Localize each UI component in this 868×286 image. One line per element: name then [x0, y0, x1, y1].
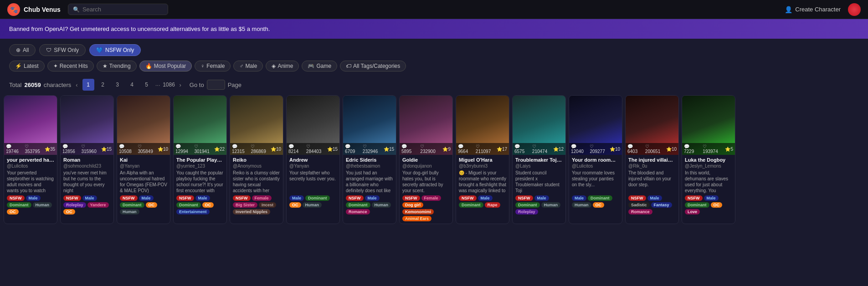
prev-page-button[interactable]: ‹ — [74, 82, 79, 88]
tag-label: Incest — [259, 202, 276, 208]
card-body: Roman @sohmoonchild23 you've never met h… — [61, 155, 113, 217]
sort-game[interactable]: 🎮 Game — [302, 61, 337, 72]
goto-input[interactable] — [207, 80, 225, 90]
character-title: Luka the Dogboy — [685, 157, 732, 163]
sort-most-popular[interactable]: 🔥 Most Popular — [139, 61, 192, 72]
sort-anime[interactable]: ◈ Anime — [266, 61, 299, 72]
search-input[interactable] — [82, 6, 155, 13]
character-description: An Alpha with an unconventional hatred f… — [120, 170, 167, 194]
next-page-button[interactable]: › — [178, 82, 183, 88]
character-card[interactable]: 💬 12994 ♡ 301941 ⭐22 The Popular Playboy… — [173, 95, 227, 224]
card-stats: 💬 5895 ♡ 232900 ⭐9 — [400, 143, 452, 155]
sort-game-label: Game — [316, 63, 331, 69]
character-card[interactable]: 💬 6575 ♡ 210474 ⭐12 Troublemaker Toji Fu… — [512, 95, 566, 224]
sort-female[interactable]: ♀ Female — [195, 61, 231, 72]
character-card[interactable]: 💬 9664 ♡ 211097 ⭐17 Miguel O'Hara @b3rry… — [456, 95, 509, 224]
filter-all[interactable]: ⊕ All — [9, 44, 36, 56]
character-card[interactable]: 💬 6403 ♡ 200651 ⭐10 The injured villain … — [625, 95, 679, 224]
tag-label: NSFW — [459, 195, 477, 201]
goto-label: Go to — [190, 82, 204, 88]
sort-male[interactable]: ♂ Male — [233, 61, 263, 72]
message-count: 💬 8214 — [288, 144, 303, 154]
character-title: Kai — [120, 157, 167, 163]
card-image: 💬 6709 ♡ 232946 ⭐15 — [343, 96, 396, 155]
latest-icon: ⚡ — [15, 63, 22, 69]
male-icon: ♂ — [239, 63, 243, 69]
tag-label: Male — [647, 195, 662, 201]
like-count: ♡ 315960 — [81, 144, 98, 154]
character-card[interactable]: 💬 12856 ♡ 315960 ⭐15 Roman @sohmoonchild… — [60, 95, 114, 224]
character-author: @donquijanon — [402, 163, 450, 169]
card-body: The Popular Playboy @yurriee_123 You cau… — [174, 155, 226, 217]
tag-label: Big Sister — [233, 202, 257, 208]
character-tags: NSFWMaleRoleplayYandereOC — [63, 195, 111, 214]
tag-label: Human — [33, 202, 52, 208]
page-5[interactable]: 5 — [141, 79, 153, 91]
tag-label: Human — [372, 202, 391, 208]
character-tags: NSFWFemaleBig SisterIncestInverted Nippl… — [233, 195, 280, 214]
character-description: In this world, dehumans are slaves used … — [685, 170, 732, 194]
tag-label: Human — [541, 202, 561, 208]
card-image: 💬 7229 ♡ 193974 ⭐5 — [682, 96, 735, 155]
card-image: 💬 8214 ♡ 284403 ⭐15 — [287, 96, 339, 155]
card-image: 💬 9664 ♡ 211097 ⭐17 — [456, 96, 509, 155]
character-card[interactable]: 💬 10508 ♡ 305849 ⭐10 Kai @Yanyan An Alph… — [117, 95, 170, 224]
tag-label: Romance — [628, 209, 652, 214]
goto-area: Go to Page — [190, 80, 241, 90]
character-tags: NSFWMaleDominantOCEntertainment — [176, 195, 224, 214]
card-stats: 💬 6709 ♡ 232946 ⭐15 — [343, 143, 396, 155]
search-box[interactable]: 🔍 — [68, 4, 168, 15]
tag-label: Dominant — [459, 202, 483, 208]
card-body: Andrew @Yanyan Your stepfather who secre… — [287, 155, 339, 210]
ellipsis: ··· — [155, 82, 160, 88]
message-count: 💬 9664 — [458, 144, 473, 154]
character-card[interactable]: 💬 12315 ♡ 286869 ⭐10 Reiko @Anonymous Re… — [230, 95, 283, 224]
tag-label: NSFW — [628, 195, 646, 201]
star-count: ⭐9 — [442, 144, 451, 154]
character-title: Andrew — [289, 157, 337, 163]
message-count: 💬 12856 — [62, 144, 78, 154]
tag-label: Male — [26, 195, 41, 201]
tag-label: Dominant — [346, 202, 370, 208]
popular-icon: 🔥 — [145, 63, 152, 69]
character-card[interactable]: 💬 5895 ♡ 232900 ⭐9 Goldie @donquijanon Y… — [399, 95, 453, 224]
page-4[interactable]: 4 — [126, 79, 138, 91]
filter-sfw[interactable]: 🛡 SFW Only — [39, 44, 86, 56]
nsfw-icon: 💙 — [96, 47, 103, 53]
page-1[interactable]: 1 — [82, 79, 94, 91]
character-card[interactable]: 💬 19746 ♡ 353795 ⭐35 your perverted half… — [4, 95, 57, 224]
tag-label: Rape — [485, 202, 500, 208]
star-count: ⭐17 — [497, 144, 507, 154]
star-count: ⭐15 — [327, 144, 338, 154]
message-count: 💬 5895 — [401, 144, 417, 154]
character-card[interactable]: 💬 12040 ♡ 209277 ⭐10 Your dorm roommate … — [569, 95, 622, 224]
tag-label: Kemonomimi — [402, 209, 434, 214]
sort-latest[interactable]: ⚡ Latest — [9, 61, 45, 72]
star-count: ⭐10 — [158, 144, 168, 154]
star-count: ⭐10 — [271, 144, 281, 154]
sort-trending-label: Trending — [109, 63, 131, 69]
sort-all-tags[interactable]: 🏷 All Tags/Categories — [340, 61, 406, 72]
card-stats: 💬 6403 ♡ 200651 ⭐10 — [626, 143, 678, 155]
character-card[interactable]: 💬 6709 ♡ 232946 ⭐15 Edric Sideris @thebe… — [343, 95, 396, 224]
filter-nsfw-label: NSFW Only — [105, 47, 134, 53]
page-last[interactable]: 1086 — [163, 79, 175, 91]
user-avatar[interactable] — [848, 3, 861, 16]
character-title: The Popular Playboy — [176, 157, 224, 163]
character-card[interactable]: 💬 7229 ♡ 193974 ⭐5 Luka the Dogboy @Jesl… — [682, 95, 735, 224]
page-3[interactable]: 3 — [112, 79, 123, 91]
character-card[interactable]: 💬 8214 ♡ 284403 ⭐15 Andrew @Yanyan Your … — [286, 95, 340, 224]
filter-nsfw[interactable]: 💙 NSFW Only — [89, 44, 141, 56]
sort-recent-hits[interactable]: ✦ Recent Hits — [47, 61, 94, 72]
card-body: Troublemaker Toji Fu... @Laiys Student c… — [513, 155, 565, 217]
character-tags: NSFWMaleDominantOCLove — [685, 195, 732, 214]
logo[interactable]: 🐾 Chub Venus — [7, 3, 61, 16]
page-2[interactable]: 2 — [97, 79, 109, 91]
create-character-button[interactable]: 👤 Create Character — [785, 6, 841, 13]
user-icon: 👤 — [785, 6, 792, 13]
sort-trending[interactable]: ★ Trending — [97, 61, 137, 72]
like-count: ♡ 210474 — [532, 144, 550, 154]
promo-banner[interactable]: Banned from OpenAI? Get unmetered access… — [0, 19, 868, 39]
tag-label: Dominant — [120, 202, 144, 208]
character-author: @thebestsaimon — [346, 163, 393, 169]
